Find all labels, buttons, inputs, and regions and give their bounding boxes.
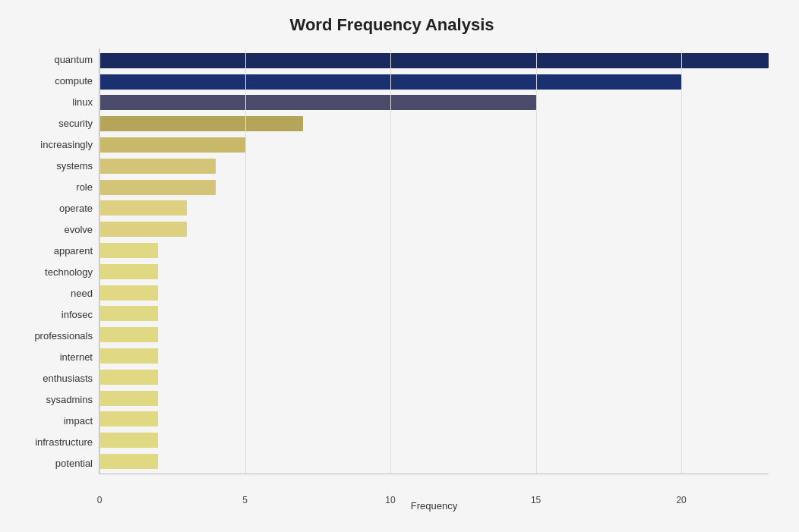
x-axis-title: Frequency bbox=[99, 500, 769, 512]
bar-row bbox=[99, 304, 769, 325]
y-label: need bbox=[71, 283, 93, 304]
bar bbox=[99, 137, 245, 153]
y-label: apparent bbox=[54, 240, 93, 261]
bar bbox=[99, 433, 158, 448]
bar bbox=[99, 327, 158, 342]
bar bbox=[99, 411, 158, 427]
y-label: enthusiasts bbox=[43, 368, 93, 389]
bar bbox=[99, 306, 158, 321]
bar bbox=[99, 391, 158, 406]
bar bbox=[99, 95, 536, 110]
y-label: increasingly bbox=[40, 134, 93, 155]
y-label: professionals bbox=[34, 326, 93, 347]
y-label: compute bbox=[55, 70, 93, 91]
y-label: quantum bbox=[54, 49, 93, 70]
bar-row bbox=[99, 177, 769, 198]
chart-container: Word Frequency Analysis quantumcomputeli… bbox=[0, 0, 799, 532]
y-label: internet bbox=[60, 347, 93, 368]
bar bbox=[99, 200, 187, 216]
bar-row bbox=[99, 367, 769, 388]
bar-row bbox=[99, 134, 769, 156]
bar bbox=[99, 348, 158, 364]
y-label: evolve bbox=[64, 219, 93, 240]
bars-wrapper bbox=[99, 49, 769, 474]
bar-row bbox=[99, 388, 769, 409]
y-label: infosec bbox=[62, 304, 93, 326]
y-label: impact bbox=[64, 411, 93, 432]
bar bbox=[99, 454, 158, 469]
bar-row bbox=[99, 240, 769, 261]
bar-row bbox=[99, 430, 769, 451]
y-label: security bbox=[58, 112, 93, 134]
y-axis: quantumcomputelinuxsecurityincreasinglys… bbox=[15, 49, 99, 474]
y-label: operate bbox=[59, 197, 93, 219]
bar bbox=[99, 180, 216, 195]
y-label: technology bbox=[45, 261, 93, 282]
bar-row bbox=[99, 93, 769, 114]
bar bbox=[99, 370, 158, 385]
bar-row bbox=[99, 50, 769, 71]
y-label: sysadmins bbox=[46, 389, 93, 411]
y-label: infrastructure bbox=[35, 432, 93, 453]
bar-row bbox=[99, 409, 769, 430]
bar-row bbox=[99, 282, 769, 304]
bar-row bbox=[99, 113, 769, 134]
chart-title: Word Frequency Analysis bbox=[15, 15, 769, 35]
bar-row bbox=[99, 219, 769, 240]
bar bbox=[99, 53, 769, 68]
bar bbox=[99, 116, 303, 131]
bar-row bbox=[99, 345, 769, 367]
bar-row bbox=[99, 451, 769, 472]
bar-row bbox=[99, 71, 769, 93]
chart-area: quantumcomputelinuxsecurityincreasinglys… bbox=[15, 49, 769, 474]
bar-row bbox=[99, 261, 769, 282]
bar bbox=[99, 222, 187, 237]
bar-row bbox=[99, 156, 769, 177]
y-label: linux bbox=[72, 91, 93, 112]
bar-row bbox=[99, 198, 769, 219]
y-label: role bbox=[76, 176, 93, 197]
bar bbox=[99, 159, 216, 174]
y-label: potential bbox=[55, 453, 93, 474]
y-label: systems bbox=[56, 155, 93, 176]
bar-row bbox=[99, 324, 769, 345]
bar bbox=[99, 74, 681, 90]
bar bbox=[99, 285, 158, 301]
bar bbox=[99, 243, 158, 258]
bar bbox=[99, 264, 158, 279]
plot-area: 05101520 Frequency bbox=[99, 49, 769, 474]
